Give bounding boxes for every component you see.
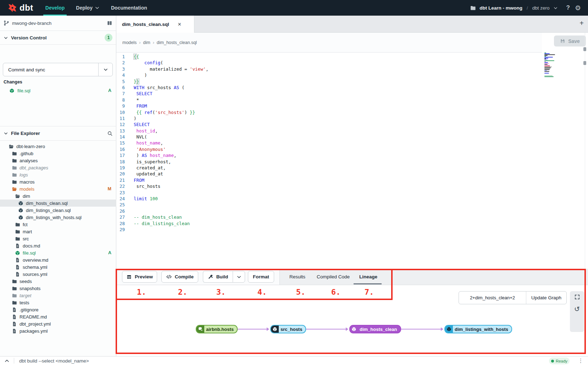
- fullscreen-icon[interactable]: [574, 294, 580, 300]
- tree-item[interactable]: sources.yml: [0, 271, 116, 278]
- code-line[interactable]: 17 ) AS host_name,: [116, 152, 583, 158]
- tab-dim-hosts-clean[interactable]: dim_hosts_clean.sql ✕: [116, 16, 194, 33]
- update-graph-button[interactable]: Update Graph: [526, 295, 566, 300]
- build-dropdown-chevron[interactable]: [233, 271, 245, 283]
- code-line[interactable]: 5}}: [116, 78, 583, 85]
- tree-item[interactable]: dim: [0, 192, 116, 200]
- editor-minimap[interactable]: [544, 53, 556, 78]
- code-line[interactable]: 2 config(: [116, 60, 583, 66]
- scrollbar-mark[interactable]: [583, 47, 586, 51]
- commit-and-sync-button[interactable]: Commit and sync: [3, 63, 113, 76]
- tree-item[interactable]: analyses: [0, 157, 116, 164]
- tree-item[interactable]: src: [0, 235, 116, 242]
- tree-item[interactable]: dbt_packages: [0, 164, 116, 171]
- tree-item[interactable]: logs: [0, 171, 116, 178]
- lineage-selector-input[interactable]: 2+dim_hosts_clean+2: [459, 292, 526, 304]
- dbt-logo[interactable]: dbt: [0, 3, 40, 13]
- tab-results[interactable]: Results: [289, 271, 305, 283]
- lineage-node-airbnb-hosts[interactable]: airbnb.hosts: [196, 325, 238, 333]
- code-line[interactable]: 15 host_name,: [116, 140, 583, 146]
- tree-item[interactable]: file.sqlA: [0, 249, 116, 256]
- nav-item-documentation[interactable]: Documentation: [105, 0, 153, 16]
- code-line[interactable]: 3 materialized = 'view',: [116, 66, 583, 72]
- breadcrumb-item[interactable]: dim_hosts_clean.sql: [157, 40, 197, 45]
- lineage-node-dim_listings_with_hosts[interactable]: dim_listings_with_hosts: [444, 325, 512, 333]
- breadcrumb-item[interactable]: dim: [143, 40, 150, 45]
- tree-item[interactable]: packages.yml: [0, 327, 116, 334]
- code-line[interactable]: 16 'Anonymous': [116, 146, 583, 152]
- code-line[interactable]: 28-- dim_listings_clean: [116, 220, 583, 227]
- code-line[interactable]: 21FROM: [116, 177, 583, 183]
- columns-icon[interactable]: [107, 20, 112, 26]
- tree-item[interactable]: dbt_project.yml: [0, 320, 116, 327]
- code-line[interactable]: 18 is_superhost,: [116, 159, 583, 165]
- tab-compiled-code[interactable]: Compiled Code: [317, 271, 350, 283]
- tree-item[interactable]: dim_listings_with_hosts.sql: [0, 214, 116, 221]
- code-line[interactable]: 19 created_at,: [116, 165, 583, 171]
- editor-scrollbar-track[interactable]: [585, 33, 585, 269]
- code-line[interactable]: 8 *: [116, 97, 583, 103]
- tree-item[interactable]: dim_hosts_clean.sql: [0, 200, 116, 207]
- gear-icon[interactable]: ⚙: [575, 4, 581, 12]
- account-name[interactable]: dbt Learn - mwong: [479, 5, 522, 11]
- branch-row[interactable]: mwong-dev-branch: [0, 16, 116, 31]
- code-line[interactable]: 9 FROM: [116, 103, 583, 109]
- code-line[interactable]: 4 ): [116, 72, 583, 78]
- preview-button[interactable]: Preview: [122, 271, 157, 283]
- code-line[interactable]: 11): [116, 115, 583, 121]
- tree-item[interactable]: mart: [0, 228, 116, 235]
- code-line[interactable]: 23: [116, 190, 583, 196]
- search-icon[interactable]: [107, 131, 113, 136]
- project-selector[interactable]: dbt zero: [532, 5, 550, 11]
- version-control-header[interactable]: Version Control 1: [0, 31, 116, 45]
- collapse-chevron-icon[interactable]: [0, 358, 14, 364]
- help-icon[interactable]: ?: [566, 4, 570, 11]
- kebab-menu-icon[interactable]: ⋮: [578, 358, 583, 364]
- code-line[interactable]: 7 SELECT: [116, 91, 583, 97]
- lineage-node-dim_hosts_clean[interactable]: dim_hosts_clean: [349, 325, 401, 333]
- scrollbar-mark[interactable]: [583, 61, 586, 65]
- tree-item[interactable]: docs.md: [0, 242, 116, 249]
- save-button[interactable]: Save: [554, 36, 586, 47]
- command-input[interactable]: dbt build --select <model_name>: [14, 358, 89, 364]
- chevron-down-icon[interactable]: [553, 6, 558, 10]
- code-line[interactable]: 10 {{ ref('src_hosts') }}: [116, 109, 583, 115]
- code-line[interactable]: 29: [116, 227, 583, 233]
- new-tab-button[interactable]: +: [579, 19, 584, 27]
- code-line[interactable]: 27-- dim_hosts_clean: [116, 214, 583, 220]
- code-line[interactable]: 20 updated_at: [116, 171, 583, 177]
- tree-item[interactable]: .gitignore: [0, 306, 116, 313]
- tab-lineage[interactable]: Lineage: [359, 271, 377, 283]
- tree-item[interactable]: seeds: [0, 278, 116, 285]
- code-line[interactable]: 22 src_hosts: [116, 183, 583, 189]
- code-line[interactable]: 13 host_id,: [116, 128, 583, 134]
- lineage-node-src_hosts[interactable]: src_hosts: [270, 325, 306, 333]
- commit-options-chevron[interactable]: [98, 63, 112, 76]
- changed-file-row[interactable]: file.sql A: [0, 87, 116, 94]
- reset-view-icon[interactable]: ↺: [574, 306, 580, 312]
- code-line[interactable]: 6WITH src_hosts AS (: [116, 85, 583, 91]
- tree-item[interactable]: tests: [0, 299, 116, 306]
- file-explorer-header[interactable]: File Explorer: [0, 126, 116, 141]
- compile-button[interactable]: Compile: [161, 271, 198, 283]
- tree-item[interactable]: overview.md: [0, 256, 116, 263]
- tree-item[interactable]: snapshots: [0, 285, 116, 292]
- tree-item[interactable]: fct: [0, 221, 116, 228]
- code-line[interactable]: 14 NVL(: [116, 134, 583, 140]
- nav-item-deploy[interactable]: Deploy: [70, 0, 105, 16]
- tree-item[interactable]: dim_listings_clean.sql: [0, 207, 116, 214]
- code-editor[interactable]: 1{{2 config(3 materialized = 'view',4 )5…: [116, 53, 583, 269]
- code-line[interactable]: 25: [116, 202, 583, 208]
- code-line[interactable]: 12SELECT: [116, 121, 583, 127]
- code-line[interactable]: 24limit 100: [116, 196, 583, 202]
- tree-item[interactable]: schema.yml: [0, 263, 116, 271]
- code-line[interactable]: 26: [116, 208, 583, 214]
- tree-item[interactable]: target: [0, 292, 116, 299]
- tree-item[interactable]: modelsM: [0, 185, 116, 192]
- tree-item[interactable]: README.md: [0, 313, 116, 320]
- tree-item[interactable]: dbt-learn-zero: [0, 143, 116, 150]
- format-button[interactable]: Format: [248, 271, 274, 283]
- tree-item[interactable]: macros: [0, 178, 116, 185]
- code-line[interactable]: 1{{: [116, 54, 583, 60]
- breadcrumb-item[interactable]: models: [122, 40, 137, 45]
